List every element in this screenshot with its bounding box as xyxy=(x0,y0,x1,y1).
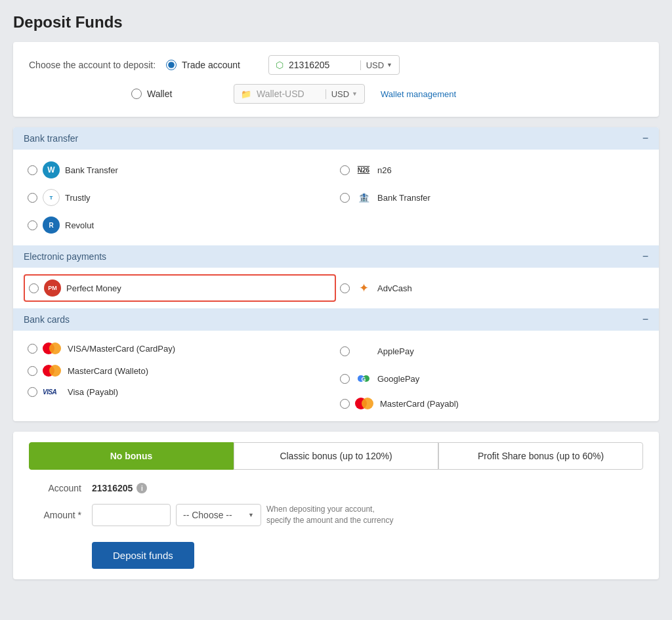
payment-item-visa-payabl[interactable]: VISA Visa (Payabl) xyxy=(24,382,336,402)
amount-hint-text: When depositing your account, specify th… xyxy=(266,504,398,526)
mc-payabl-name: MasterCard (Payabl) xyxy=(380,399,459,409)
account-number: 21316205 xyxy=(289,60,355,70)
currency-selector[interactable]: USD ▼ xyxy=(360,60,392,70)
applepay-logo xyxy=(355,342,372,360)
perfect-money-name: Perfect Money xyxy=(66,283,121,293)
trade-account-radio[interactable] xyxy=(166,60,177,70)
wallet-name: Wallet-USD xyxy=(257,89,320,99)
wallet-radio-option[interactable]: Wallet xyxy=(131,89,223,99)
googlepay-radio[interactable] xyxy=(340,374,350,384)
payment-methods-section: Bank transfer − W Bank Transfer T Trustl… xyxy=(13,127,659,421)
electronic-payments-title: Electronic payments xyxy=(24,251,106,262)
wallet-radio[interactable] xyxy=(131,89,142,99)
bank-transfer-wt-radio[interactable] xyxy=(28,165,37,175)
mastercard-walleto-radio[interactable] xyxy=(28,366,37,376)
visa-payabl-radio[interactable] xyxy=(28,387,37,397)
account-info-icon[interactable]: i xyxy=(136,483,147,493)
bank-cards-title: Bank cards xyxy=(24,314,70,325)
trade-account-dropdown[interactable]: ⬡ 21316205 USD ▼ xyxy=(268,55,400,75)
bonus-form-section: No bonus Classic bonus (up to 120%) Prof… xyxy=(13,432,659,579)
currency-choose-label: -- Choose -- xyxy=(183,510,232,520)
bank-transfer-collapse-icon[interactable]: − xyxy=(642,133,648,144)
amount-form-label: Amount * xyxy=(29,510,81,520)
visa-mc-cardpay-name: VISA/MasterCard (CardPay) xyxy=(68,344,175,354)
visa-mc-cardpay-radio[interactable] xyxy=(28,344,37,354)
revolut-radio[interactable] xyxy=(28,220,37,230)
account-label: Choose the account to deposit: xyxy=(29,60,156,70)
trustly-name: Trustly xyxy=(65,193,91,203)
currency-chevron-icon: ▼ xyxy=(387,62,392,68)
applepay-radio[interactable] xyxy=(340,346,350,356)
trustly-radio[interactable] xyxy=(28,193,37,203)
bank-cards-header: Bank cards − xyxy=(13,308,659,331)
wallet-label: Wallet xyxy=(147,89,172,99)
advcash-logo: ✦ xyxy=(355,279,372,297)
wallet-currency-chevron-icon: ▼ xyxy=(352,91,358,97)
googlepay-logo: G xyxy=(355,370,372,387)
no-bonus-tab[interactable]: No bonus xyxy=(29,442,234,470)
applepay-name: ApplePay xyxy=(377,346,414,356)
mastercard-walleto-name: MasterCard (Walleto) xyxy=(68,366,148,376)
perfect-money-logo: PM xyxy=(44,279,61,297)
payment-item-applepay[interactable]: ApplePay xyxy=(336,337,648,365)
bank-transfer-right-radio[interactable] xyxy=(340,193,350,203)
googlepay-name: GooglePay xyxy=(377,374,419,384)
amount-input[interactable] xyxy=(92,504,171,526)
payment-item-perfect-money[interactable]: PM Perfect Money xyxy=(24,274,336,302)
wallet-currency-selector[interactable]: USD ▼ xyxy=(326,89,358,99)
bank-transfer-header: Bank transfer − xyxy=(13,127,659,150)
wallet-dropdown[interactable]: 📁 Wallet-USD USD ▼ xyxy=(234,84,365,104)
account-form-value: 21316205 i xyxy=(92,483,147,493)
payment-item-visa-mc-cardpay[interactable]: VISA/MasterCard (CardPay) xyxy=(24,337,336,360)
account-number-display: 21316205 xyxy=(92,483,133,493)
bank-transfer-wt-name: Bank Transfer xyxy=(65,165,118,175)
trade-account-radio-option[interactable]: Trade account xyxy=(166,60,258,70)
payment-item-googlepay[interactable]: G GooglePay xyxy=(336,365,648,392)
electronic-payments-header: Electronic payments − xyxy=(13,245,659,268)
account-selection-card: Choose the account to deposit: Trade acc… xyxy=(13,42,659,117)
wallet-icon: 📁 xyxy=(241,89,251,99)
payment-item-mastercard-walleto[interactable]: MasterCard (Walleto) xyxy=(24,360,336,382)
n26-name: n26 xyxy=(377,165,392,175)
revolut-name: Revolut xyxy=(65,220,94,230)
account-form-label: Account xyxy=(29,483,81,493)
visa-payabl-logo: VISA xyxy=(43,388,62,396)
trade-account-label: Trade account xyxy=(182,60,240,70)
currency-choose-chevron-icon: ▼ xyxy=(248,512,254,518)
payment-item-bank-transfer-wt[interactable]: W Bank Transfer xyxy=(24,156,336,184)
perfect-money-radio[interactable] xyxy=(29,283,39,293)
payment-item-mc-payabl[interactable]: MasterCard (Payabl) xyxy=(336,392,648,415)
revolut-logo: R xyxy=(43,217,60,234)
classic-bonus-tab[interactable]: Classic bonus (up to 120%) xyxy=(234,442,438,470)
advcash-name: AdvCash xyxy=(377,283,412,293)
mc-payabl-logo xyxy=(355,398,375,409)
trustly-logo: T xyxy=(43,189,60,206)
payment-item-advcash[interactable]: ✦ AdvCash xyxy=(336,274,648,302)
n26-logo: N26 xyxy=(355,161,372,178)
mastercard-walleto-logo xyxy=(43,365,62,377)
electronic-payments-collapse-icon[interactable]: − xyxy=(642,251,648,262)
bank-transfer-wt-logo: W xyxy=(43,161,60,178)
profit-share-tab[interactable]: Profit Share bonus (up to 60%) xyxy=(438,442,643,470)
bank-transfer-title: Bank transfer xyxy=(24,133,78,144)
visa-mc-cardpay-logo xyxy=(43,342,62,354)
bank-transfer-right-logo: 🏦 xyxy=(355,189,372,206)
bank-transfer-right-name: Bank Transfer xyxy=(377,193,430,203)
wallet-currency-value: USD xyxy=(331,89,349,99)
svg-text:G: G xyxy=(361,376,366,382)
payment-item-revolut[interactable]: R Revolut xyxy=(24,211,336,239)
n26-radio[interactable] xyxy=(340,165,350,175)
page-title: Deposit Funds xyxy=(13,13,659,31)
account-shield-icon: ⬡ xyxy=(276,60,284,70)
currency-value: USD xyxy=(366,60,384,70)
payment-item-trustly[interactable]: T Trustly xyxy=(24,184,336,211)
visa-payabl-name: Visa (Payabl) xyxy=(68,387,118,397)
advcash-radio[interactable] xyxy=(340,283,350,293)
bank-cards-collapse-icon[interactable]: − xyxy=(642,314,648,325)
payment-item-bank-transfer-right[interactable]: 🏦 Bank Transfer xyxy=(336,184,648,211)
wallet-management-link[interactable]: Wallet management xyxy=(381,89,456,99)
payment-item-n26[interactable]: N26 n26 xyxy=(336,156,648,184)
mc-payabl-radio[interactable] xyxy=(340,399,350,409)
currency-choose-dropdown[interactable]: -- Choose -- ▼ xyxy=(176,504,261,526)
deposit-funds-button[interactable]: Deposit funds xyxy=(92,542,194,569)
